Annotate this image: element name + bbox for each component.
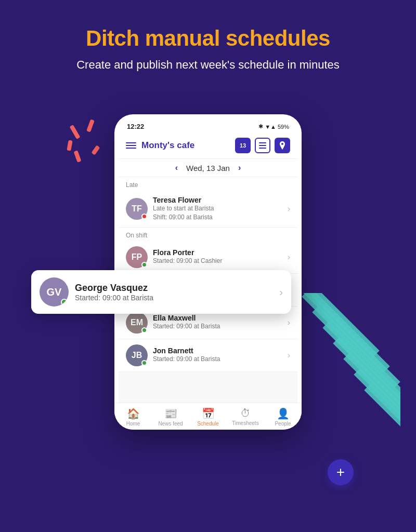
svg-rect-2 <box>259 148 266 149</box>
shift-name-ella: Ella Maxwell <box>153 314 282 322</box>
shift-item-jon[interactable]: JB Jon Barnett Started: 09:00 at Barista… <box>119 339 297 372</box>
calendar-icon-btn[interactable]: 13 <box>235 138 251 153</box>
shift-name-flora: Flora Porter <box>153 248 282 257</box>
status-dot-red <box>141 214 147 219</box>
avatar-wrap-ella: EM <box>126 312 148 334</box>
floating-card-info: George Vasquez Started: 09:00 at Barista <box>75 283 153 302</box>
bluetooth-icon: ✱ <box>258 123 263 130</box>
status-dot-green-ella <box>141 327 147 333</box>
shift-name-jon: Jon Barnett <box>153 347 282 355</box>
app-header-left: Monty's cafe <box>126 140 194 151</box>
location-icon-btn[interactable] <box>275 138 290 153</box>
hamburger-icon[interactable] <box>126 142 136 149</box>
shift-item-flora[interactable]: FP Flora Porter Started: 09:00 at Cashie… <box>119 241 297 274</box>
app-header: Monty's cafe 13 <box>119 132 297 159</box>
shift-detail-jon: Started: 09:00 at Barista <box>153 355 282 364</box>
floating-card-george[interactable]: GV George Vasquez Started: 09:00 at Bari… <box>31 270 291 314</box>
signal-icon: ▼▲ <box>265 124 276 130</box>
status-bar: 12:22 ✱ ▼▲ 59% <box>119 121 297 132</box>
teal-decoration <box>296 293 400 438</box>
subtitle: Create and publish next week's schedule … <box>31 58 385 72</box>
avatar-george: GV <box>40 277 69 307</box>
avatar-wrap-jon: JB <box>126 344 148 366</box>
status-dot-green-flora <box>141 262 147 268</box>
nav-timesheets[interactable]: ⏱ Timesheets <box>231 407 260 423</box>
svg-rect-1 <box>259 145 266 146</box>
fab-plus-icon: + <box>336 464 345 481</box>
prev-date-btn[interactable]: ‹ <box>175 163 178 172</box>
floating-name-george: George Vasquez <box>75 283 153 294</box>
main-title: Ditch manual schedules <box>31 26 385 51</box>
app-title: Monty's cafe <box>141 140 194 151</box>
svg-rect-0 <box>259 142 266 143</box>
header-section: Ditch manual schedules Create and publis… <box>0 0 416 82</box>
shift-item-teresa[interactable]: TF Teresa Flower Late to start at Barist… <box>119 191 297 228</box>
next-date-btn[interactable]: › <box>238 163 241 172</box>
floating-chevron-george: › <box>279 286 283 298</box>
chevron-right-ella: › <box>288 318 290 327</box>
newsfeed-label: News feed <box>158 421 183 423</box>
shift-detail-teresa: Late to start at BaristaShift: 09:00 at … <box>153 204 282 222</box>
home-icon: 🏠 <box>127 407 140 420</box>
battery-icon: 59% <box>278 124 289 130</box>
people-label: People <box>275 421 291 423</box>
chevron-right-jon: › <box>288 351 290 360</box>
shift-info-flora: Flora Porter Started: 09:00 at Cashier <box>153 248 282 265</box>
fab-add-button[interactable]: + <box>328 459 354 485</box>
status-dot-green-jon <box>141 360 147 366</box>
status-dot-george <box>61 299 68 305</box>
shift-detail-ella: Started: 09:00 at Barista <box>153 322 282 331</box>
list-icon-btn[interactable] <box>255 138 270 153</box>
phone-time: 12:22 <box>127 123 144 130</box>
shift-info-ella: Ella Maxwell Started: 09:00 at Barista <box>153 314 282 331</box>
newsfeed-icon: 📰 <box>164 407 177 420</box>
nav-schedule[interactable]: 📅 Schedule <box>193 407 223 423</box>
timesheets-label: Timesheets <box>232 420 258 423</box>
shift-info-jon: Jon Barnett Started: 09:00 at Barista <box>153 347 282 364</box>
on-shift-section-label: On shift <box>119 228 297 241</box>
timesheets-icon: ⏱ <box>240 407 251 419</box>
current-date: Wed, 13 Jan <box>186 164 230 172</box>
people-icon: 👤 <box>277 407 290 420</box>
app-header-right: 13 <box>235 138 290 153</box>
floating-detail-george: Started: 09:00 at Barista <box>75 294 153 302</box>
nav-home[interactable]: 🏠 Home <box>119 407 148 423</box>
avatar-wrap-flora: FP <box>126 246 148 268</box>
home-label: Home <box>126 421 140 423</box>
chevron-right-teresa: › <box>288 204 290 214</box>
status-icons: ✱ ▼▲ 59% <box>258 123 289 130</box>
avatar-wrap-teresa: TF <box>126 198 148 220</box>
bottom-nav: 🏠 Home 📰 News feed 📅 Schedule ⏱ Timeshee… <box>119 403 297 423</box>
schedule-icon: 📅 <box>202 407 215 420</box>
date-nav: ‹ Wed, 13 Jan › <box>119 159 297 177</box>
nav-newsfeed[interactable]: 📰 News feed <box>156 407 185 423</box>
shift-name-teresa: Teresa Flower <box>153 196 282 204</box>
late-section-label: Late <box>119 177 297 191</box>
chevron-right-flora: › <box>288 252 290 262</box>
schedule-label: Schedule <box>197 421 219 423</box>
shift-detail-flora: Started: 09:00 at Cashier <box>153 257 282 265</box>
nav-people[interactable]: 👤 People <box>268 407 297 423</box>
shift-info-teresa: Teresa Flower Late to start at BaristaSh… <box>153 196 282 222</box>
